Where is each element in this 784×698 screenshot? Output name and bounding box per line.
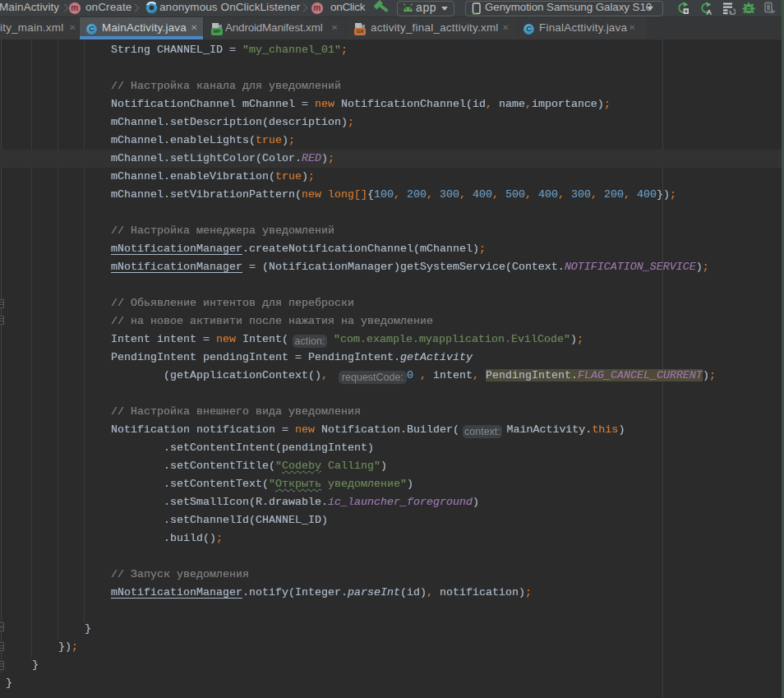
svg-text:A: A (706, 7, 712, 16)
